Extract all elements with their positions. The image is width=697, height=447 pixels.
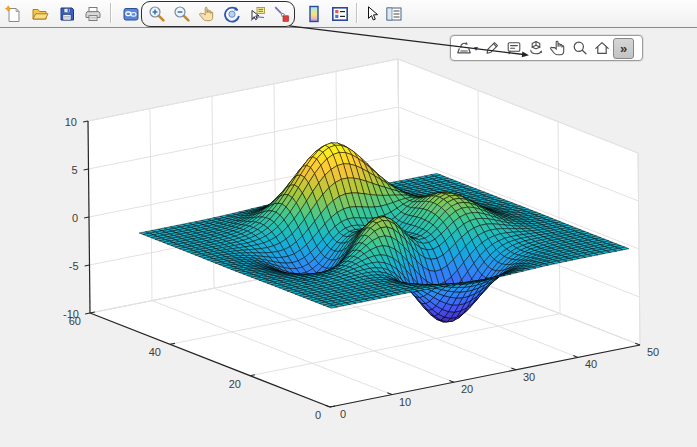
figure-toolbar — [0, 0, 697, 28]
property-inspector-icon — [385, 5, 403, 23]
zoom-out-button[interactable] — [172, 3, 192, 24]
zoom-out-icon — [173, 5, 191, 23]
property-inspector-button[interactable] — [384, 3, 404, 24]
export-dropdown-caret-icon[interactable]: ▾ — [474, 44, 478, 53]
printer-icon — [84, 5, 102, 23]
insert-legend-button[interactable] — [330, 3, 350, 24]
restore-view-button[interactable] — [591, 38, 612, 58]
open-folder-icon — [31, 5, 49, 23]
figure-window: 010203040500204060-10-50510 — [0, 0, 697, 447]
data-cursor-icon — [248, 5, 266, 23]
new-figure-icon — [4, 5, 22, 23]
toolbar-separator — [110, 3, 112, 23]
svg-text:0: 0 — [340, 408, 346, 420]
pan-button[interactable] — [547, 38, 568, 58]
svg-text:20: 20 — [229, 378, 241, 390]
z-axis-tick-labels: -10-50510 — [63, 116, 79, 320]
zoom-in-button[interactable] — [147, 3, 167, 24]
rotate-3d-button[interactable] — [222, 3, 242, 24]
insert-colorbar-button[interactable] — [304, 3, 324, 24]
edit-plot-button[interactable] — [481, 38, 502, 58]
pan-button[interactable] — [197, 3, 217, 24]
print-figure-button[interactable] — [83, 3, 103, 24]
pencil-icon — [483, 39, 501, 57]
save-icon — [58, 5, 76, 23]
svg-text:-10: -10 — [63, 308, 79, 320]
export-button[interactable]: ▾ — [453, 38, 480, 58]
pan-hand-outline-icon — [549, 39, 567, 57]
data-tips-button[interactable] — [503, 38, 524, 58]
svg-text:5: 5 — [71, 164, 77, 176]
svg-text:40: 40 — [149, 346, 161, 358]
svg-text:0: 0 — [72, 212, 78, 224]
zoom-in-button[interactable] — [569, 38, 590, 58]
brush-icon — [272, 5, 290, 23]
brush-data-button[interactable] — [271, 3, 291, 24]
svg-text:10: 10 — [65, 116, 77, 128]
svg-text:50: 50 — [647, 346, 659, 358]
svg-text:40: 40 — [585, 358, 597, 370]
axes-3d-surface-plot[interactable]: 010203040500204060-10-50510 — [0, 0, 697, 447]
pointer-arrow-icon — [363, 5, 381, 23]
rotate-3d-cube-icon — [527, 39, 545, 57]
svg-text:-5: -5 — [69, 260, 79, 272]
svg-text:20: 20 — [461, 383, 473, 395]
svg-text:30: 30 — [523, 371, 535, 383]
rotate-3d-icon — [223, 5, 241, 23]
data-tips-icon — [505, 39, 523, 57]
data-cursor-button[interactable] — [247, 3, 267, 24]
zoom-in-icon — [148, 5, 166, 23]
rotate-3d-button[interactable] — [525, 38, 546, 58]
link-plot-button[interactable] — [121, 3, 141, 24]
toolbar-separator — [356, 3, 358, 23]
save-figure-button[interactable] — [57, 3, 77, 24]
legend-icon — [331, 5, 349, 23]
svg-text:10: 10 — [399, 396, 411, 408]
colorbar-icon — [305, 5, 323, 23]
open-file-button[interactable] — [30, 3, 50, 24]
axes-toolbar: ▾ — [450, 35, 643, 61]
home-icon — [593, 39, 611, 57]
pan-hand-icon — [198, 5, 216, 23]
svg-text:0: 0 — [315, 409, 321, 421]
export-icon — [455, 39, 473, 57]
edit-plot-button[interactable] — [362, 3, 382, 24]
new-figure-button[interactable] — [3, 3, 23, 24]
link-plot-icon — [122, 5, 140, 23]
magnifier-icon — [571, 39, 589, 57]
more-options-button[interactable]: » — [613, 38, 634, 59]
